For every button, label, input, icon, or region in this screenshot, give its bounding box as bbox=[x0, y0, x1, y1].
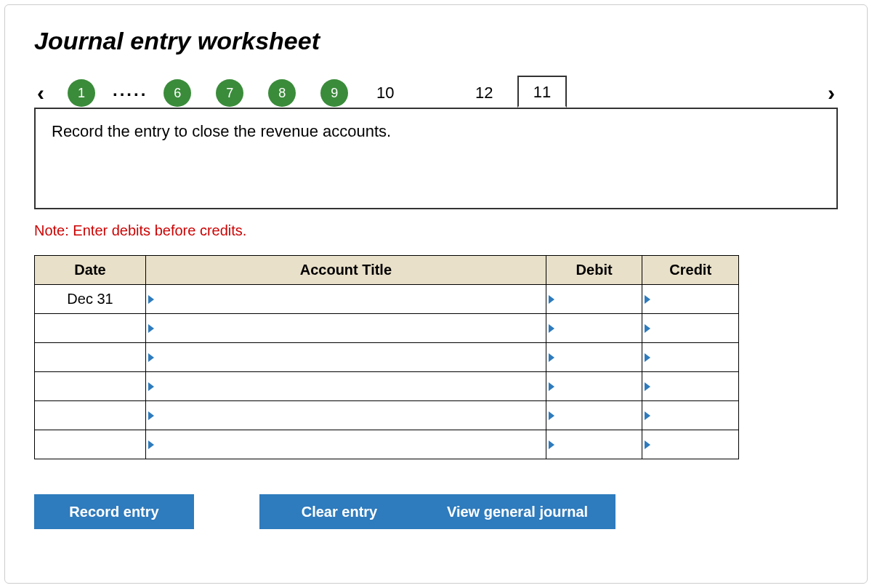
journal-table: Date Account Title Debit Credit Dec 31 bbox=[34, 255, 739, 459]
button-row: Record entry Clear entry View general jo… bbox=[34, 494, 790, 529]
dropdown-icon[interactable] bbox=[645, 295, 650, 304]
dropdown-icon[interactable] bbox=[148, 295, 154, 304]
instruction-text: Record the entry to close the revenue ac… bbox=[34, 108, 838, 209]
table-row bbox=[35, 401, 739, 430]
step-12[interactable]: 12 bbox=[472, 79, 496, 107]
cell-title[interactable] bbox=[146, 401, 546, 430]
cell-date[interactable] bbox=[35, 401, 146, 430]
cell-credit[interactable] bbox=[642, 401, 739, 430]
dropdown-icon[interactable] bbox=[645, 353, 650, 362]
table-row bbox=[35, 314, 739, 343]
dropdown-icon[interactable] bbox=[645, 382, 650, 391]
table-row bbox=[35, 372, 739, 401]
record-entry-button[interactable]: Record entry bbox=[34, 494, 194, 529]
cell-date[interactable] bbox=[35, 372, 146, 401]
page-title: Journal entry worksheet bbox=[34, 27, 838, 55]
dropdown-icon[interactable] bbox=[148, 411, 154, 420]
dropdown-icon[interactable] bbox=[549, 440, 554, 449]
cell-credit[interactable] bbox=[642, 343, 739, 372]
cell-debit[interactable] bbox=[546, 314, 642, 343]
cell-date[interactable]: Dec 31 bbox=[35, 285, 146, 314]
worksheet-panel: Journal entry worksheet ‹ 1 ..... 6 7 8 … bbox=[4, 4, 868, 584]
dropdown-icon[interactable] bbox=[549, 295, 554, 304]
chevron-left-icon[interactable]: ‹ bbox=[34, 81, 47, 105]
cell-date[interactable] bbox=[35, 343, 146, 372]
th-debit: Debit bbox=[546, 256, 642, 285]
view-general-journal-button[interactable]: View general journal bbox=[419, 494, 615, 529]
step-8[interactable]: 8 bbox=[268, 79, 296, 107]
stepper: ‹ 1 ..... 6 7 8 9 10 11 12 13 › bbox=[34, 76, 838, 110]
cell-debit[interactable] bbox=[546, 343, 642, 372]
cell-debit[interactable] bbox=[546, 372, 642, 401]
step-1[interactable]: 1 bbox=[68, 79, 95, 107]
dropdown-icon[interactable] bbox=[148, 324, 154, 333]
cell-title[interactable] bbox=[146, 314, 546, 343]
dropdown-icon[interactable] bbox=[148, 440, 154, 449]
cell-credit[interactable] bbox=[642, 372, 739, 401]
cell-date[interactable] bbox=[35, 314, 146, 343]
cell-date[interactable] bbox=[35, 430, 146, 459]
dropdown-icon[interactable] bbox=[645, 324, 650, 333]
th-title: Account Title bbox=[146, 256, 546, 285]
cell-debit[interactable] bbox=[546, 401, 642, 430]
cell-credit[interactable] bbox=[642, 285, 739, 314]
cell-credit[interactable] bbox=[642, 314, 739, 343]
th-credit: Credit bbox=[642, 256, 739, 285]
cell-credit[interactable] bbox=[642, 430, 739, 459]
note-text: Note: Enter debits before credits. bbox=[34, 222, 838, 239]
cell-title[interactable] bbox=[146, 343, 546, 372]
dropdown-icon[interactable] bbox=[549, 353, 554, 362]
table-row: Dec 31 bbox=[35, 285, 739, 314]
cell-debit[interactable] bbox=[546, 285, 642, 314]
cell-title[interactable] bbox=[146, 285, 546, 314]
cell-title[interactable] bbox=[146, 372, 546, 401]
dropdown-icon[interactable] bbox=[549, 411, 554, 420]
step-current[interactable]: 11 bbox=[517, 76, 567, 108]
step-6[interactable]: 6 bbox=[164, 79, 191, 107]
table-row bbox=[35, 343, 739, 372]
chevron-right-icon[interactable]: › bbox=[825, 81, 838, 105]
step-10[interactable]: 10 bbox=[373, 79, 397, 107]
cell-debit[interactable] bbox=[546, 430, 642, 459]
dropdown-icon[interactable] bbox=[148, 353, 154, 362]
clear-entry-button[interactable]: Clear entry bbox=[259, 494, 419, 529]
table-row bbox=[35, 430, 739, 459]
instruction-wrap: 11 Record the entry to close the revenue… bbox=[34, 108, 838, 209]
dropdown-icon[interactable] bbox=[549, 324, 554, 333]
cell-title[interactable] bbox=[146, 430, 546, 459]
dropdown-icon[interactable] bbox=[148, 382, 154, 391]
step-ellipsis: ..... bbox=[113, 80, 148, 100]
step-9[interactable]: 9 bbox=[320, 79, 348, 107]
th-date: Date bbox=[35, 256, 146, 285]
dropdown-icon[interactable] bbox=[549, 382, 554, 391]
dropdown-icon[interactable] bbox=[645, 411, 650, 420]
step-7[interactable]: 7 bbox=[216, 79, 243, 107]
dropdown-icon[interactable] bbox=[645, 440, 650, 449]
